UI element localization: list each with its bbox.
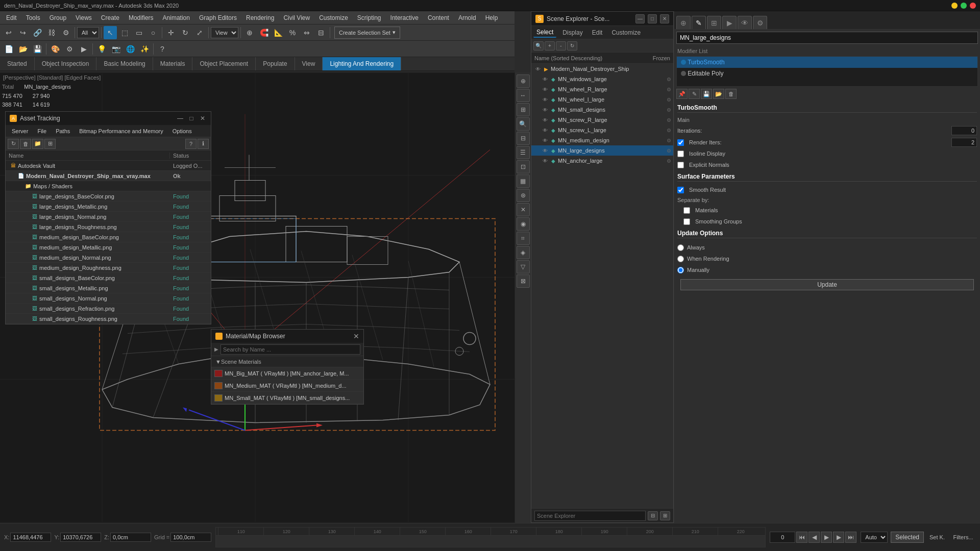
viewport-tool-13[interactable]: ◈ — [517, 246, 530, 259]
menu-item-modifiers[interactable]: Modifiers — [125, 13, 158, 22]
bind-btn[interactable]: ⚙ — [59, 26, 72, 39]
viewport-tool-5[interactable]: ⊟ — [517, 132, 530, 145]
menu-item-views[interactable]: Views — [71, 13, 96, 22]
open-btn[interactable]: 📂 — [16, 42, 30, 56]
mp-delete-btn[interactable]: 🗑 — [725, 89, 737, 99]
tab-view[interactable]: View — [295, 57, 323, 70]
next-frame-btn[interactable]: ▶ — [833, 532, 844, 543]
undo-btn[interactable]: ↩ — [2, 26, 15, 39]
se-filter-btn[interactable]: 🔍 — [533, 41, 544, 51]
at-row-smalldesignsnormalpn[interactable]: 🖼small_designs_Normal.pngFound — [6, 293, 211, 304]
isoline-check[interactable] — [677, 151, 684, 157]
menu-item-scripting[interactable]: Scripting — [353, 13, 385, 22]
align-btn[interactable]: ⊟ — [314, 26, 328, 39]
iterations-input[interactable] — [951, 126, 977, 135]
redo-btn[interactable]: ↪ — [16, 26, 30, 39]
se-eye-icon[interactable]: 👁 — [542, 76, 549, 83]
scale-btn[interactable]: ⤢ — [193, 26, 206, 39]
at-row-mediumdesignroughnes[interactable]: 🖼medium_design_Roughness.pngFound — [6, 263, 211, 273]
se-maximize-btn[interactable]: □ — [648, 14, 657, 23]
update-btn[interactable]: Update — [680, 279, 974, 290]
se-eye-icon[interactable]: 👁 — [542, 96, 549, 103]
menu-item-rendering[interactable]: Rendering — [242, 13, 278, 22]
viewport-tool-9[interactable]: ⊛ — [517, 189, 530, 202]
menu-item-create[interactable]: Create — [97, 13, 124, 22]
mp-save-btn[interactable]: 💾 — [701, 89, 712, 99]
at-row-mediumdesignmetallic[interactable]: 🖼medium_design_Metallic.pngFound — [6, 242, 211, 253]
save-btn[interactable]: 💾 — [31, 42, 44, 56]
at-help-btn[interactable]: ? — [185, 139, 197, 149]
rect-select-btn[interactable]: ▭ — [132, 26, 145, 39]
viewport-tool-14[interactable]: ▽ — [517, 260, 530, 273]
at-menu-file[interactable]: File — [33, 127, 51, 135]
material-btn[interactable]: 🎨 — [48, 42, 62, 56]
se-item-mn_windows_large[interactable]: 👁◆MN_windows_large⚙ — [531, 74, 673, 84]
se-item-modern_naval_destroyer_ship[interactable]: 👁▶Modern_Naval_Destroyer_Ship — [531, 64, 673, 74]
smoothing-groups-check[interactable] — [683, 218, 690, 225]
rotate-btn[interactable]: ↻ — [179, 26, 192, 39]
play-btn[interactable]: ▶ — [821, 532, 832, 543]
mat-entry-mn_medium_mat[interactable]: MN_Medium_MAT ( VRayMtl ) [MN_medium_d..… — [211, 380, 363, 392]
se-collapse-btn[interactable]: - — [556, 41, 566, 51]
at-row-smalldesignsbasecolo[interactable]: 🖼small_designs_BaseColor.pngFound — [6, 273, 211, 283]
se-tree[interactable]: 👁▶Modern_Naval_Destroyer_Ship👁◆MN_window… — [531, 64, 673, 508]
viewport-tool-7[interactable]: ⊡ — [517, 160, 530, 173]
at-menu-options[interactable]: Options — [168, 127, 196, 135]
at-titlebar[interactable]: A Asset Tracking — □ ✕ — [6, 112, 211, 125]
tab-populate[interactable]: Populate — [256, 57, 295, 70]
at-delete-btn[interactable]: 🗑 — [20, 139, 31, 149]
menu-item-customize[interactable]: Customize — [315, 13, 352, 22]
angle-snap-btn[interactable]: 📐 — [272, 26, 285, 39]
prev-frame-btn[interactable]: ◀ — [808, 532, 820, 543]
view-dropdown[interactable]: View — [211, 27, 238, 38]
at-row-largedesignsbasecolo[interactable]: 🖼large_designs_BaseColor.pngFound — [6, 191, 211, 202]
tab-object-placement[interactable]: Object Placement — [192, 57, 256, 70]
menu-item-arnold[interactable]: Arnold — [454, 13, 480, 22]
menu-item-help[interactable]: Help — [481, 13, 502, 22]
mp-load-btn[interactable]: 📂 — [713, 89, 724, 99]
at-maximize-btn[interactable]: □ — [187, 114, 195, 122]
mb-close-btn[interactable]: ✕ — [353, 332, 359, 340]
viewport-tool-3[interactable]: ⊞ — [517, 103, 530, 116]
mp-tab-modify[interactable]: ✎ — [692, 16, 706, 29]
circle-select-btn[interactable]: ○ — [146, 26, 160, 39]
se-search-input[interactable] — [534, 511, 646, 521]
mp-new-btn[interactable]: ✎ — [689, 89, 700, 99]
mirror-btn[interactable]: ⇔ — [300, 26, 313, 39]
maximize-btn[interactable] — [961, 3, 967, 9]
mb-material-list[interactable]: MN_Big_MAT ( VRayMtl ) [MN_anchor_large,… — [211, 367, 363, 404]
menu-item-content[interactable]: Content — [424, 13, 453, 22]
mp-tab-utilities[interactable]: ⚙ — [753, 16, 767, 29]
select-region-btn[interactable]: ⬚ — [118, 26, 131, 39]
effects-btn[interactable]: ✨ — [138, 42, 151, 56]
viewport-tool-2[interactable]: ↔ — [517, 89, 530, 102]
viewport-tool-12[interactable]: ⌗ — [517, 232, 530, 245]
se-eye-icon[interactable]: 👁 — [542, 157, 549, 164]
at-menu-bitmap-performance-and-memory[interactable]: Bitmap Performance and Memory — [75, 127, 167, 135]
mb-search-input[interactable] — [220, 344, 360, 355]
se-minimize-btn[interactable]: — — [635, 14, 645, 23]
menu-item-group[interactable]: Group — [45, 13, 70, 22]
materials-check[interactable] — [683, 207, 690, 214]
mb-titlebar[interactable]: Material/Map Browser ✕ — [211, 330, 363, 343]
pivot-btn[interactable]: ⊕ — [243, 26, 256, 39]
mat-entry-mn_big_mat[interactable]: MN_Big_MAT ( VRayMtl ) [MN_anchor_large,… — [211, 367, 363, 380]
se-eye-icon[interactable]: 👁 — [542, 147, 549, 154]
render-btn[interactable]: ▶ — [77, 42, 90, 56]
viewport-tool-15[interactable]: ⊠ — [517, 274, 530, 288]
snap-btn[interactable]: 🧲 — [257, 26, 271, 39]
viewport-tool-6[interactable]: ☰ — [517, 146, 530, 159]
viewport-tool-11[interactable]: ◉ — [517, 217, 530, 231]
at-row-largedesignsmetallic[interactable]: 🖼large_designs_Metallic.pngFound — [6, 202, 211, 212]
at-body[interactable]: 🏛Autodesk VaultLogged O...📄Modern_Naval_… — [6, 161, 211, 324]
at-menu-server[interactable]: Server — [8, 127, 32, 135]
se-eye-icon[interactable]: 👁 — [542, 116, 549, 123]
at-row-smalldesignsrefracti[interactable]: 🖼small_designs_Refraction.pngFound — [6, 304, 211, 314]
se-item-mn_screw_l_large[interactable]: 👁◆MN_screw_L_large⚙ — [531, 125, 673, 135]
frame-mode-dropdown[interactable]: Auto — [861, 532, 888, 543]
se-item-mn_wheel_r_large[interactable]: 👁◆MN_wheel_R_large⚙ — [531, 84, 673, 94]
at-menu-paths[interactable]: Paths — [52, 127, 74, 135]
mp-tab-create[interactable]: ⊕ — [676, 16, 691, 29]
set-key-btn[interactable]: Set K. — [927, 531, 947, 544]
menu-item-edit[interactable]: Edit — [2, 13, 21, 22]
